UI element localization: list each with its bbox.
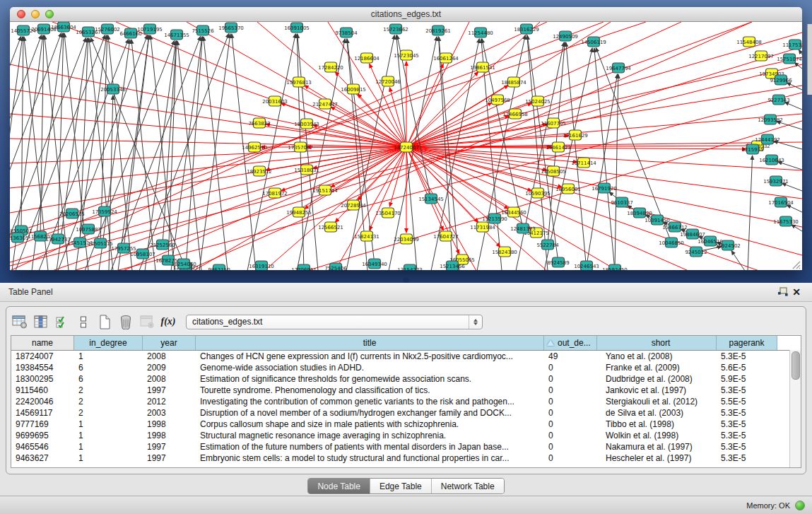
table-cell: 18724007 — [11, 351, 74, 361]
node-label: 20031603 — [262, 99, 288, 105]
red-edge[interactable] — [10, 89, 406, 147]
black-edge[interactable] — [40, 35, 44, 236]
black-edge[interactable] — [731, 250, 745, 270]
black-edge[interactable] — [787, 205, 802, 212]
node-label: 17081972 — [262, 191, 288, 197]
column-header-name[interactable]: name — [11, 336, 74, 350]
black-edge[interactable] — [782, 183, 802, 191]
node-label: 22034099 — [394, 237, 419, 243]
black-edge[interactable] — [168, 41, 177, 260]
black-edge[interactable] — [111, 36, 201, 270]
node-label: 18316229 — [514, 27, 539, 33]
red-edge[interactable] — [406, 22, 681, 147]
close-window-button[interactable] — [17, 10, 25, 18]
black-edge[interactable] — [748, 156, 753, 270]
select-attributes-icon[interactable] — [53, 313, 71, 331]
column-header-pagerank[interactable]: pagerank — [717, 336, 777, 350]
close-panel-icon[interactable]: ✕ — [789, 286, 804, 298]
tab-edge-table[interactable]: Edge Table — [370, 479, 432, 493]
background-panel-sliver — [807, 24, 812, 95]
black-edge[interactable] — [204, 37, 228, 270]
black-edge[interactable] — [118, 35, 149, 270]
table-row[interactable]: 946554611997Estimation of the future num… — [11, 441, 801, 452]
tab-network-table[interactable]: Network Table — [432, 479, 504, 493]
node-label: 10246543 — [574, 264, 599, 269]
column-header-out_de[interactable]: out_de... — [544, 336, 597, 350]
table-cell: 2 — [74, 397, 143, 407]
node-label: 14506119 — [581, 40, 606, 45]
red-edge[interactable] — [406, 33, 802, 147]
minimize-window-button[interactable] — [31, 10, 40, 18]
network-table-select[interactable]: citations_edges.txt — [186, 315, 483, 329]
table-row[interactable]: 969969511998Structural magnetic resonanc… — [11, 430, 801, 441]
float-panel-icon[interactable] — [775, 286, 789, 298]
divider-handle[interactable] — [404, 279, 408, 282]
zoom-window-button[interactable] — [45, 10, 54, 18]
column-header-short[interactable]: short — [597, 336, 717, 350]
node-label: 10711414 — [571, 160, 596, 166]
red-edge[interactable] — [123, 147, 406, 270]
table-row[interactable]: 946362711997Embryonic stem cells: a mode… — [11, 452, 801, 464]
node-label: 16319110 — [249, 264, 274, 269]
resize-grip-icon[interactable] — [791, 259, 801, 269]
black-edge[interactable] — [784, 103, 802, 110]
table-scrollbar[interactable] — [789, 350, 801, 467]
table-cell: 2003 — [143, 408, 196, 418]
delete-table-icon[interactable] — [138, 313, 156, 331]
node-label: 15824380 — [492, 250, 517, 255]
node-label: 12706951 — [291, 267, 317, 271]
black-edge[interactable] — [794, 63, 802, 69]
memory-ok-icon[interactable] — [795, 501, 805, 510]
black-edge[interactable] — [163, 41, 176, 245]
node-label: 9738504 — [335, 30, 358, 36]
new-table-icon[interactable] — [95, 313, 114, 331]
table-row[interactable]: 2242004622012Investigating the contribut… — [11, 396, 801, 407]
table-row[interactable]: 1830029562008Estimation of significance … — [11, 373, 801, 385]
red-edge[interactable] — [328, 22, 406, 147]
column-header-in_degree[interactable]: in_degree — [74, 336, 143, 350]
red-edge[interactable] — [10, 114, 406, 147]
black-edge[interactable] — [58, 35, 148, 270]
black-edge[interactable] — [199, 34, 230, 270]
network-canvas[interactable]: 1872400716461423116077051502402518485874… — [10, 22, 802, 270]
node-label: 11607705 — [541, 121, 566, 127]
red-edge[interactable] — [406, 147, 802, 255]
table-cell: 5.9E-5 — [717, 374, 777, 384]
row-height-icon[interactable] — [74, 313, 93, 331]
delete-rows-icon[interactable] — [117, 313, 135, 331]
black-edge[interactable] — [799, 49, 802, 54]
table-row[interactable]: 1872400712008Changes of HCN gene express… — [11, 351, 801, 362]
network-window[interactable]: citations_edges.txt 18724007164614231160… — [10, 7, 802, 270]
red-edge[interactable] — [406, 114, 802, 147]
tab-node-table[interactable]: Node Table — [308, 479, 370, 493]
node-label: 18303943 — [294, 122, 319, 127]
node-label: 9610337 — [611, 200, 632, 206]
table-cell: 2008 — [143, 374, 196, 384]
table-body: 1872400712008Changes of HCN gene express… — [11, 351, 801, 467]
node-label: 19151714 — [312, 188, 338, 194]
table-scrollbar-thumb[interactable] — [792, 351, 800, 380]
table-cell: 0 — [544, 363, 597, 373]
column-header-year[interactable]: year — [143, 336, 196, 350]
citation-network-graph[interactable]: 1872400716461423116077051502402518485874… — [10, 22, 802, 270]
table-cell: 49 — [544, 351, 597, 361]
function-builder-icon[interactable]: f(x) — [159, 313, 177, 331]
black-edge[interactable] — [186, 37, 202, 267]
node-label: 16391005 — [284, 25, 310, 31]
table-header-row: namein_degreeyeartitleout_de...shortpage… — [11, 336, 801, 351]
window-titlebar[interactable]: citations_edges.txt — [10, 7, 802, 22]
red-edge[interactable] — [10, 139, 406, 147]
table-settings-icon[interactable] — [11, 313, 29, 331]
node-label: 17604727 — [433, 234, 459, 240]
node-label: 12481323 — [510, 226, 536, 232]
red-edge[interactable] — [406, 57, 802, 147]
table-cell: 6 — [74, 374, 143, 384]
table-cell: 1997 — [143, 453, 196, 463]
table-row[interactable]: 1456911722003Disruption of a novel membe… — [11, 407, 801, 419]
table-row[interactable]: 1938455462009Genome-wide association stu… — [11, 362, 801, 373]
table-row[interactable]: 977716911998Corpus callosum shape and si… — [11, 419, 801, 430]
show-columns-icon[interactable] — [32, 313, 50, 331]
table-row[interactable]: 911546021997Tourette syndrome. Phenomeno… — [11, 385, 801, 396]
column-header-title[interactable]: title — [196, 336, 544, 350]
red-edge[interactable] — [406, 147, 746, 149]
